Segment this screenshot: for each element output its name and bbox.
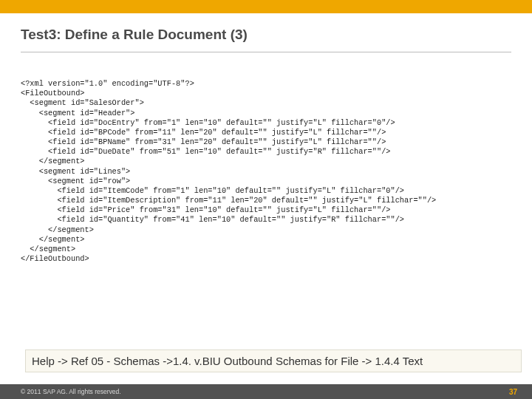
slide-title: Test3: Define a Rule Document (3) [0,13,532,47]
footer: © 2011 SAP AG. All rights reserved. 37 [0,384,532,399]
page-number: 37 [509,388,517,396]
help-navigation-text: Help -> Ref 05 - Schemas ->1.4. v.BIU Ou… [25,349,522,372]
xml-code-block: <?xml version="1.0" encoding="UTF-8"?> <… [21,79,511,264]
title-divider [21,52,511,52]
copyright-text: © 2011 SAP AG. All rights reserved. [21,388,121,395]
slide: Test3: Define a Rule Document (3) <?xml … [0,0,532,399]
brand-accent-bar [0,0,532,13]
